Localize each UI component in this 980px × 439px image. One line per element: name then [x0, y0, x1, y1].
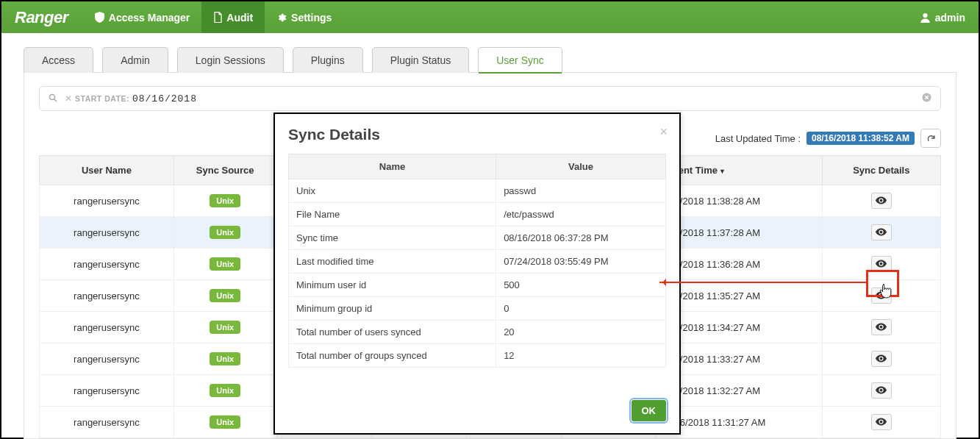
- cell-source: Unix: [174, 249, 276, 280]
- source-badge: Unix: [210, 257, 240, 271]
- cell-event-time: /16/2018 11:36:28 AM: [656, 249, 822, 280]
- shield-icon: [95, 12, 104, 23]
- source-badge: Unix: [210, 289, 240, 302]
- cell-event-time: /16/2018 11:37:28 AM: [656, 217, 822, 249]
- nav-label: Settings: [291, 12, 332, 24]
- details-th-value: Value: [496, 154, 666, 179]
- view-details-button[interactable]: [871, 193, 892, 209]
- details-name: Minimum user id: [289, 274, 496, 297]
- tab-admin[interactable]: Admin: [102, 47, 168, 73]
- view-details-button[interactable]: [871, 256, 892, 272]
- user-label: admin: [935, 12, 965, 24]
- last-updated-label: Last Updated Time :: [715, 133, 801, 144]
- cell-user: rangerusersync: [40, 280, 174, 312]
- clear-search-icon[interactable]: [922, 93, 931, 104]
- tab-access[interactable]: Access: [24, 47, 93, 73]
- cell-user: rangerusersync: [40, 185, 174, 217]
- details-row: Total number of groups synced 12: [289, 344, 666, 368]
- details-name: Sync time: [289, 226, 496, 250]
- cell-source: Unix: [174, 343, 276, 375]
- details-name: Minimum group id: [289, 297, 496, 321]
- cell-user: rangerusersync: [40, 375, 174, 407]
- cell-event-time: /16/2018 11:32:27 AM: [656, 375, 822, 407]
- sub-tabs: Access Admin Login Sessions Plugins Plug…: [24, 46, 956, 73]
- details-value: 12: [496, 344, 666, 368]
- cell-user: rangerusersync: [40, 407, 174, 438]
- sync-details-modal: Sync Details × Name Value Unix passwdFil…: [273, 113, 681, 435]
- sync-details-table: Name Value Unix passwdFile Name /etc/pas…: [288, 154, 666, 368]
- details-name: Unix: [289, 179, 496, 203]
- nav-settings[interactable]: Settings: [265, 1, 343, 33]
- eye-icon: [876, 354, 887, 365]
- svg-line-2: [54, 99, 57, 101]
- cell-event-time: /16/2018 11:33:27 AM: [656, 343, 822, 375]
- source-badge: Unix: [210, 321, 240, 334]
- tab-plugins[interactable]: Plugins: [293, 47, 363, 73]
- cell-sync-details: [822, 217, 940, 249]
- nav-audit[interactable]: Audit: [201, 1, 265, 33]
- eye-icon: [876, 290, 887, 301]
- details-row: Last modified time 07/24/2018 03:55:49 P…: [289, 250, 666, 274]
- chip-value: 08/16/2018: [132, 93, 197, 104]
- nav-access-manager[interactable]: Access Manager: [83, 1, 202, 33]
- view-details-button[interactable]: [871, 351, 892, 367]
- view-details-button[interactable]: [871, 224, 892, 240]
- source-badge: Unix: [210, 352, 240, 365]
- details-row: Total number of users synced 20: [289, 321, 666, 344]
- details-value: 08/16/2018 06:37:28 PM: [496, 226, 666, 250]
- details-value: 07/24/2018 03:55:49 PM: [496, 250, 666, 274]
- cell-sync-details: [822, 312, 940, 343]
- eye-icon: [876, 385, 887, 396]
- cell-sync-details: [822, 249, 940, 280]
- details-value: /etc/passwd: [496, 203, 666, 226]
- cell-sync-details: [822, 280, 940, 312]
- view-details-button[interactable]: [871, 288, 892, 304]
- cell-sync-details: [822, 185, 940, 217]
- tab-plugin-status[interactable]: Plugin Status: [372, 47, 470, 73]
- view-details-button[interactable]: [871, 414, 892, 430]
- eye-icon: [876, 259, 887, 270]
- cell-user: rangerusersync: [40, 343, 174, 375]
- source-badge: Unix: [210, 194, 240, 207]
- cell-source: Unix: [174, 312, 276, 343]
- tab-user-sync[interactable]: User Sync: [478, 47, 562, 73]
- user-icon: [920, 12, 931, 23]
- chip-remove-icon[interactable]: ✕: [65, 93, 72, 104]
- cell-sync-details: [822, 407, 940, 438]
- details-row: File Name /etc/passwd: [289, 203, 666, 226]
- eye-icon: [876, 417, 887, 428]
- cell-event-time: /16/2018 11:35:27 AM: [656, 280, 822, 312]
- sort-desc-icon: ▼: [719, 168, 726, 175]
- details-name: Total number of groups synced: [289, 344, 496, 368]
- source-badge: Unix: [210, 415, 240, 429]
- details-row: Minimum group id 0: [289, 297, 666, 321]
- view-details-button[interactable]: [871, 319, 892, 335]
- details-value: 0: [496, 297, 666, 321]
- cell-source: Unix: [174, 185, 276, 217]
- th-user[interactable]: User Name: [40, 156, 174, 185]
- view-details-button[interactable]: [871, 382, 892, 399]
- refresh-button[interactable]: [920, 129, 941, 148]
- modal-close-icon[interactable]: ×: [659, 124, 668, 140]
- document-icon: [213, 12, 222, 23]
- ok-button[interactable]: OK: [632, 400, 667, 421]
- details-th-name: Name: [289, 154, 496, 179]
- search-bar[interactable]: ✕ START DATE: 08/16/2018: [39, 86, 941, 111]
- cell-source: Unix: [174, 217, 276, 249]
- eye-icon: [876, 227, 887, 238]
- last-updated-value: 08/16/2018 11:38:52 AM: [806, 132, 915, 145]
- user-menu[interactable]: admin: [915, 12, 970, 24]
- cell-event-time: /16/2018 11:34:27 AM: [656, 312, 822, 343]
- th-sync-details[interactable]: Sync Details: [822, 156, 940, 185]
- details-row: Minimum user id 500: [289, 274, 666, 297]
- cell-source: Unix: [174, 375, 276, 407]
- th-source[interactable]: Sync Source: [174, 156, 276, 185]
- eye-icon: [876, 196, 887, 207]
- top-nav: Ranger Access Manager Audit Settings adm…: [1, 1, 979, 33]
- th-event-time[interactable]: Event Time▼: [656, 156, 822, 185]
- tab-login-sessions[interactable]: Login Sessions: [177, 47, 284, 73]
- details-value: passwd: [496, 179, 666, 203]
- nav-label: Audit: [226, 12, 253, 24]
- details-name: File Name: [289, 203, 496, 226]
- modal-title: Sync Details: [288, 126, 666, 143]
